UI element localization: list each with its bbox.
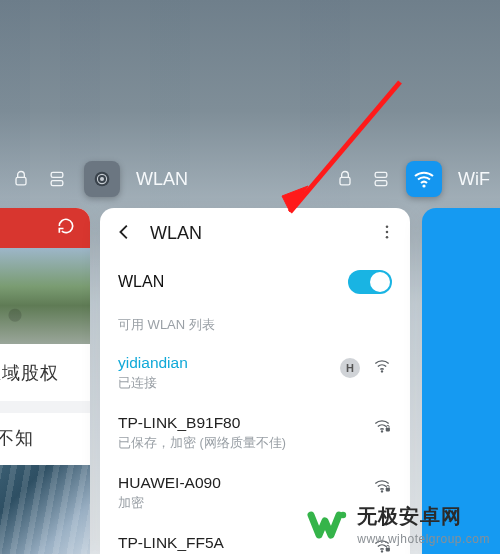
network-icons: H: [340, 356, 392, 380]
split-screen-icon[interactable]: [370, 168, 392, 190]
svg-point-9: [422, 184, 425, 187]
divider: [0, 401, 90, 413]
network-icons: [372, 476, 392, 500]
available-networks-label: 可用 WLAN 列表: [100, 308, 410, 344]
task-label-wlan: WLAN: [136, 169, 188, 190]
svg-point-12: [386, 235, 389, 238]
news-app-card[interactable]: 事 区域股权 人都不知: [0, 208, 90, 554]
svg-point-14: [381, 430, 383, 432]
network-status: 已连接: [118, 375, 340, 392]
task-header-row: WLAN WiF: [0, 158, 500, 200]
wlan-toggle-label: WLAN: [118, 273, 164, 291]
svg-rect-0: [16, 177, 26, 185]
lock-icon[interactable]: [10, 168, 32, 190]
task-center-group[interactable]: WLAN: [84, 161, 188, 197]
network-status: 已保存，加密 (网络质量不佳): [118, 435, 372, 452]
task-right-group[interactable]: WiF: [334, 161, 490, 197]
task-label-wifi: WiF: [458, 169, 490, 190]
network-row[interactable]: TP-LINK_B91F80已保存，加密 (网络质量不佳): [100, 404, 410, 464]
svg-rect-17: [386, 488, 390, 492]
watermark-url: www.wjhotelgroup.com: [357, 532, 490, 546]
network-row[interactable]: yidiandian已连接H: [100, 344, 410, 404]
svg-point-10: [386, 225, 389, 228]
svg-rect-19: [386, 548, 390, 552]
network-ssid: TP-LINK_B91F80: [118, 414, 372, 432]
wifi-app-icon: [406, 161, 442, 197]
watermark-brand: 无极安卓网: [357, 503, 490, 530]
svg-point-5: [100, 177, 104, 181]
wlan-toggle-row: WLAN: [100, 260, 410, 308]
network-icons: [372, 416, 392, 440]
task-left-group: [10, 168, 68, 190]
split-screen-icon[interactable]: [46, 168, 68, 190]
news-thumbnail: [0, 248, 90, 344]
more-icon[interactable]: [378, 223, 396, 245]
news-headline: 人都不知: [0, 413, 90, 466]
refresh-icon[interactable]: [56, 216, 76, 240]
news-thumbnail: [0, 465, 90, 554]
network-badge-icon: H: [340, 358, 360, 378]
news-titlebar: [0, 208, 90, 248]
wifi-signal-icon: [372, 416, 392, 440]
svg-rect-15: [386, 428, 390, 432]
svg-point-11: [386, 230, 389, 233]
svg-rect-7: [375, 172, 387, 177]
svg-rect-2: [51, 181, 63, 186]
svg-rect-6: [340, 177, 350, 185]
news-headline: 事 区域股权: [0, 344, 90, 401]
watermark-logo-icon: [307, 505, 347, 545]
svg-point-16: [381, 490, 383, 492]
watermark-text: 无极安卓网 www.wjhotelgroup.com: [357, 503, 490, 546]
watermark: 无极安卓网 www.wjhotelgroup.com: [307, 503, 490, 546]
svg-rect-1: [51, 172, 63, 177]
settings-app-icon: [84, 161, 120, 197]
wlan-toggle-switch[interactable]: [348, 270, 392, 294]
lock-icon[interactable]: [334, 168, 356, 190]
network-ssid: HUAWEI-A090: [118, 474, 372, 492]
page-title: WLAN: [150, 223, 202, 244]
svg-rect-8: [375, 181, 387, 186]
network-ssid: yidiandian: [118, 354, 340, 372]
back-icon[interactable]: [114, 221, 136, 247]
wifi-signal-icon: [372, 476, 392, 500]
wlan-header: WLAN: [100, 208, 410, 260]
wifi-signal-icon: [372, 356, 392, 380]
svg-point-24: [340, 511, 346, 517]
svg-point-18: [381, 550, 383, 552]
svg-point-13: [381, 370, 383, 372]
recent-apps-screen: { "tasks": { "center": { "label": "WLAN"…: [0, 0, 500, 554]
